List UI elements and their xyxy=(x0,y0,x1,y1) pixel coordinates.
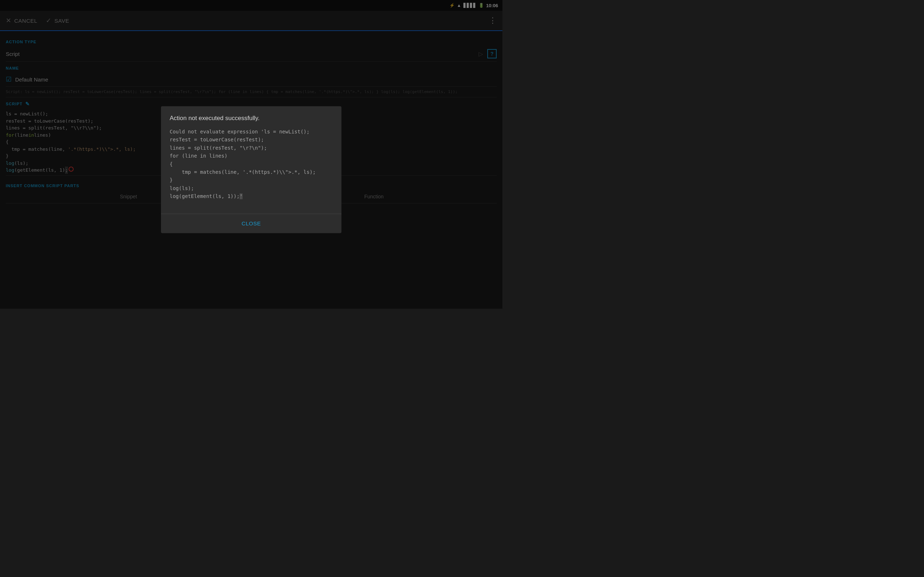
dialog-actions: Close xyxy=(161,214,341,233)
dialog-close-button[interactable]: Close xyxy=(234,218,268,229)
error-dialog: Action not executed successfully. Could … xyxy=(161,106,341,233)
dialog-title: Action not executed successfully. xyxy=(170,115,333,122)
dialog-body: Action not executed successfully. Could … xyxy=(161,106,341,206)
dialog-message: Could not evaluate expression 'ls = newL… xyxy=(170,128,333,200)
